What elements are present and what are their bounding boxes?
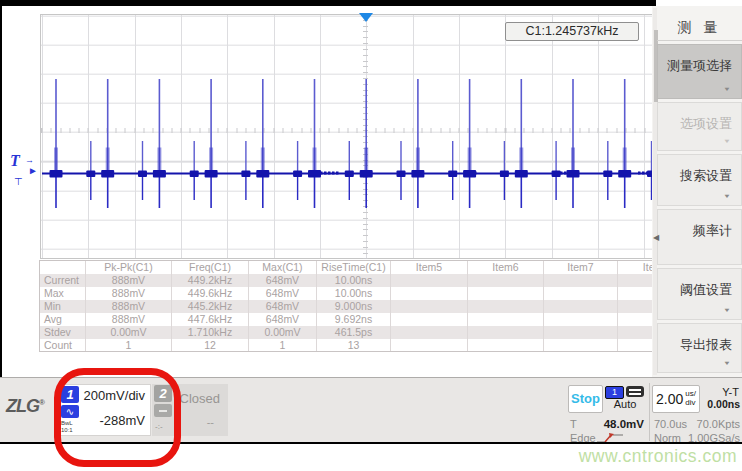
menu-button-1[interactable]: 测量项选择▼ [657, 44, 742, 99]
table-value-cell [544, 274, 618, 287]
trigger-status-block: Stop 1 Auto T 48.0mV Edge [566, 383, 646, 441]
menu-divider [657, 40, 742, 41]
table-row: Min888mV445.2kHz648mV9.000ns [40, 300, 654, 313]
channel2-status-text: Closed [180, 391, 220, 406]
table-row-label: Max [40, 287, 86, 300]
table-row: Current888mV449.2kHz648mV10.00ns [40, 274, 654, 287]
table-value-cell: 888mV [86, 313, 172, 326]
table-row: Count112113 [40, 339, 654, 352]
table-value-cell: 447.6kHz [172, 313, 249, 326]
table-value-cell [618, 300, 655, 313]
trigger-level-label: T [570, 418, 577, 430]
table-value-cell [618, 313, 655, 326]
table-value-cell: 0.00mV [86, 326, 172, 339]
menu-button-6[interactable]: 导出报表▼ [657, 323, 742, 373]
table-header-cell: Freq(C1) [172, 261, 249, 274]
table-value-cell: 1 [86, 339, 172, 352]
table-value-cell: 9.000ns [317, 300, 391, 313]
table-row: Stdev0.00mV1.710kHz0.00mV461.5ps [40, 326, 654, 339]
table-value-cell: 12 [172, 339, 249, 352]
table-header-cell: Item6 [468, 261, 544, 274]
table-value-cell: 1.710kHz [172, 326, 249, 339]
table-value-cell: 888mV [86, 287, 172, 300]
trigger-level-marker[interactable]: T [10, 152, 20, 170]
waveform-display-area: T → ► ⊥ C1:1.245737kHz [2, 6, 652, 260]
menu-button-label: 阈值设置 [680, 281, 732, 299]
chevron-down-icon: ▼ [723, 138, 731, 144]
menu-button-4[interactable]: 频率计◀ [657, 209, 742, 265]
menu-button-5[interactable]: 阈值设置▼ [657, 268, 742, 320]
table-header-cell: Item5 [391, 261, 468, 274]
channel2-offset-value: -- [207, 416, 214, 428]
chevron-down-icon: ▼ [723, 86, 731, 92]
table-value-cell: 13 [317, 339, 391, 352]
trigger-level-value[interactable]: 48.0mV [604, 418, 644, 430]
table-value-cell: 10.00ns [317, 274, 391, 287]
table-value-cell: 0.00mV [249, 326, 317, 339]
timebase-scale-value[interactable]: 2.00 [656, 391, 683, 407]
red-highlight-annotation [54, 368, 181, 467]
table-value-cell [468, 326, 544, 339]
table-row-label: Current [40, 274, 86, 287]
table-header-cell: RiseTime(C1) [317, 261, 391, 274]
ground-symbol-icon: ⊥ [14, 176, 23, 187]
menu-button-3[interactable]: 搜索设置▼ [657, 154, 742, 206]
table-value-cell: 449.6kHz [172, 287, 249, 300]
table-header-cell [40, 261, 86, 274]
chevron-down-icon: ▼ [723, 193, 731, 199]
timebase-scale-box[interactable]: 2.00 us/ div [652, 385, 700, 413]
display-mode-label[interactable]: Y-T [722, 386, 739, 398]
table-value-cell: 1 [249, 339, 317, 352]
table-row: Max888mV449.6kHz648mV10.00ns [40, 287, 654, 300]
table-value-cell [618, 339, 655, 352]
table-value-cell: 445.2kHz [172, 300, 249, 313]
table-header-cell: Pk-Pk(C1) [86, 261, 172, 274]
memory-depth-value: 70.0Kpts [697, 418, 740, 430]
menu-button-label: 选项设置 [680, 115, 732, 133]
trigger-delay-value[interactable]: 0.00ns [707, 398, 740, 410]
table-header-cell: Item8 [618, 261, 655, 274]
table-header-row: Pk-Pk(C1)Freq(C1)Max(C1)RiseTime(C1)Item… [40, 261, 654, 274]
table-value-cell [391, 300, 468, 313]
trigger-mode-label[interactable]: Auto [606, 398, 644, 410]
table-value-cell [618, 287, 655, 300]
table-value-cell [468, 313, 544, 326]
table-value-cell [468, 339, 544, 352]
table-value-cell [391, 287, 468, 300]
table-value-cell [544, 300, 618, 313]
timebase-status-block: 2.00 us/ div Y-T 0.00ns 70.0us 70.0Kpts … [649, 383, 742, 441]
menu-button-label: 搜索设置 [680, 167, 732, 185]
table-value-cell: 888mV [86, 274, 172, 287]
run-state-indicator[interactable]: Stop [568, 385, 603, 413]
oscilloscope-app-window: T → ► ⊥ C1:1.245737kHz Pk-Pk(C1)Freq(C1)… [0, 0, 742, 471]
table-value-cell [468, 274, 544, 287]
table-value-cell: 648mV [249, 287, 317, 300]
table-row: Avg888mV447.6kHz648mV9.692ns [40, 313, 654, 326]
hardware-frequency-readout: C1:1.245737kHz [505, 22, 639, 41]
table-header-cell: Max(C1) [249, 261, 317, 274]
chevron-down-icon: ▼ [723, 360, 731, 366]
table-value-cell [468, 300, 544, 313]
measurement-table: Pk-Pk(C1)Freq(C1)Max(C1)RiseTime(C1)Item… [39, 260, 655, 352]
table-value-cell: 461.5ps [317, 326, 391, 339]
table-row-label: Avg [40, 313, 86, 326]
zlg-logo: ZLG® [6, 396, 44, 417]
table-value-cell [468, 287, 544, 300]
menu-button-label: 频率计 [693, 222, 732, 240]
chevron-down-icon: ▼ [723, 307, 731, 313]
table-value-cell [391, 339, 468, 352]
table-header-cell: Item7 [544, 261, 618, 274]
table-row-label: Count [40, 339, 86, 352]
table-row-label: Stdev [40, 326, 86, 339]
table-value-cell [618, 274, 655, 287]
menu-button-label: 测量项选择 [667, 57, 732, 75]
table-row-label: Min [40, 300, 86, 313]
table-value-cell: 648mV [249, 313, 317, 326]
waveform-trace [40, 14, 653, 259]
table-value-cell: 10.00ns [317, 287, 391, 300]
channel-position-arrow-icon[interactable]: ► [28, 165, 38, 176]
table-value-cell [544, 339, 618, 352]
table-value-cell [618, 326, 655, 339]
table-value-cell: 9.692ns [317, 313, 391, 326]
table-value-cell [544, 313, 618, 326]
